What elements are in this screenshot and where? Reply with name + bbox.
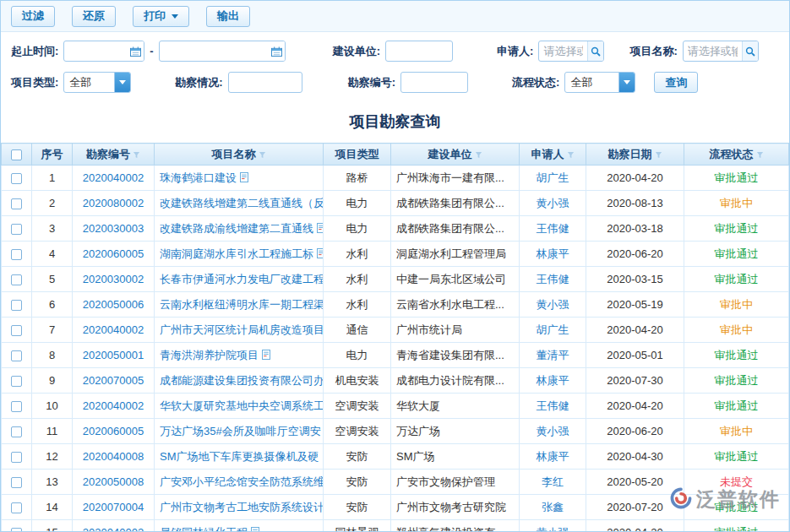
- survey-code-link[interactable]: 2020040002: [83, 323, 144, 336]
- filter-button[interactable]: 过滤: [11, 6, 55, 27]
- survey-code-link[interactable]: 2020040002: [83, 171, 144, 184]
- row-checkbox[interactable]: [11, 300, 22, 311]
- row-checkbox[interactable]: [11, 452, 22, 463]
- survey-code-link[interactable]: 2020030003: [83, 222, 144, 235]
- survey-code-link[interactable]: 2020050006: [83, 298, 144, 311]
- filter-icon[interactable]: [756, 149, 764, 161]
- header-no[interactable]: 序号: [32, 144, 73, 166]
- survey-code-link[interactable]: 2020060005: [83, 425, 144, 437]
- survey-code-link[interactable]: 2020030002: [83, 273, 144, 285]
- calendar-icon[interactable]: [128, 41, 144, 61]
- row-checkbox[interactable]: [11, 325, 22, 336]
- print-button[interactable]: 打印: [133, 6, 189, 27]
- table-row[interactable]: 3 2020030003 改建铁路成渝线增建第二直通线 电力 成都铁路集团有限公…: [2, 216, 789, 242]
- project-name-link[interactable]: 青海洪湖养护院项目: [160, 349, 259, 361]
- select-all-header[interactable]: [2, 144, 32, 166]
- project-name-link[interactable]: 华软大厦研究基地中央空调系统工: [160, 399, 324, 412]
- restore-button[interactable]: 还原: [72, 6, 116, 27]
- table-row[interactable]: 6 2020050006 云南水利枢纽溥明水库一期工程渠 水利 云南省水利水电工…: [2, 292, 789, 318]
- row-checkbox[interactable]: [11, 274, 22, 285]
- filter-icon[interactable]: [655, 149, 662, 161]
- survey-code-link[interactable]: 2020070004: [83, 501, 144, 513]
- table-row[interactable]: 11 2020060005 万达广场35#会所及咖啡厅空调安 空调安装 万达广场…: [2, 419, 789, 444]
- row-checkbox[interactable]: [11, 528, 22, 532]
- project-name-link[interactable]: 改建铁路线增建第二线直通线（反: [160, 197, 324, 209]
- header-survey-date[interactable]: 勘察日期: [586, 144, 684, 166]
- search-icon[interactable]: [587, 41, 603, 61]
- project-name-link[interactable]: 改建铁路成渝线增建第二直通线: [160, 222, 313, 235]
- caret-down-icon[interactable]: [618, 73, 635, 92]
- table-row[interactable]: 8 2020050001 青海洪湖养护院项目 电力 青海省建设集团有限... 董…: [2, 343, 789, 368]
- project-name-link[interactable]: SM广场地下车库更换摄像机及硬: [160, 450, 319, 463]
- project-name-link[interactable]: 广安邓小平纪念馆安全防范系统维: [160, 475, 324, 488]
- table-row[interactable]: 4 2020060005 湖南洞庭湖水库引水工程施工标 水利 洞庭湖水利工程管理…: [2, 242, 789, 267]
- attachment-icon[interactable]: [262, 350, 270, 362]
- applicant-link[interactable]: 胡广生: [537, 323, 569, 336]
- table-row[interactable]: 10 2020040002 华软大厦研究基地中央空调系统工 空调安装 华软大厦 …: [2, 394, 789, 419]
- survey-code-link[interactable]: 2020050001: [83, 349, 144, 361]
- project-name-link[interactable]: 晟铭园林绿化工程: [160, 526, 248, 532]
- applicant-link[interactable]: 黄小强: [537, 298, 569, 311]
- applicant-link[interactable]: 林康平: [537, 450, 569, 463]
- applicant-link[interactable]: 董清平: [537, 349, 569, 361]
- row-checkbox[interactable]: [11, 477, 22, 488]
- table-row[interactable]: 13 2020050008 广安邓小平纪念馆安全防范系统维 安防 广安市文物保护…: [2, 470, 789, 495]
- survey-code-link[interactable]: 2020040002: [83, 526, 144, 532]
- row-checkbox[interactable]: [11, 224, 22, 235]
- attachment-icon[interactable]: [251, 527, 259, 532]
- header-flow-status[interactable]: 流程状态: [684, 144, 789, 166]
- start-date-input[interactable]: [63, 41, 144, 62]
- calendar-icon[interactable]: [269, 41, 285, 61]
- applicant-link[interactable]: 王伟健: [537, 222, 569, 235]
- project-name-link[interactable]: 万达广场35#会所及咖啡厅空调安: [160, 425, 321, 437]
- caret-down-icon[interactable]: [114, 73, 130, 92]
- construction-unit-input[interactable]: [385, 41, 453, 62]
- applicant-field[interactable]: [539, 41, 587, 61]
- row-checkbox[interactable]: [11, 198, 22, 209]
- query-button[interactable]: 查询: [654, 72, 698, 93]
- project-name-link[interactable]: 长春市伊通河水力发电厂改建工程: [160, 273, 324, 285]
- row-checkbox[interactable]: [11, 502, 22, 513]
- applicant-link[interactable]: 黄小强: [537, 197, 569, 209]
- row-checkbox[interactable]: [11, 426, 22, 437]
- attachment-icon[interactable]: [240, 172, 248, 185]
- applicant-link[interactable]: 王伟健: [537, 399, 569, 412]
- project-name-field[interactable]: [684, 41, 742, 61]
- applicant-link[interactable]: 林康平: [537, 247, 569, 260]
- filter-icon[interactable]: [133, 149, 140, 161]
- survey-code-link[interactable]: 2020040002: [83, 399, 144, 412]
- end-date-input[interactable]: [159, 41, 286, 62]
- survey-code-link[interactable]: 2020060005: [83, 247, 144, 260]
- table-row[interactable]: 12 2020040008 SM广场地下车库更换摄像机及硬 安防 SM广场 林康…: [2, 444, 789, 470]
- attachment-icon[interactable]: [317, 248, 324, 261]
- export-button[interactable]: 输出: [206, 6, 250, 27]
- survey-code-link[interactable]: 2020050008: [83, 475, 144, 488]
- filter-icon[interactable]: [259, 149, 266, 161]
- header-project-type[interactable]: 项目类型: [324, 144, 391, 166]
- project-type-select[interactable]: 全部: [63, 72, 131, 93]
- row-checkbox[interactable]: [11, 350, 22, 361]
- project-name-link[interactable]: 湖南洞庭湖水库引水工程施工标: [160, 247, 313, 260]
- applicant-link[interactable]: 王伟健: [537, 273, 569, 285]
- table-row[interactable]: 9 2020070005 成都能源建设集团投资有限公司办 机电安装 成都电力设计…: [2, 368, 789, 394]
- select-all-checkbox[interactable]: [11, 149, 22, 160]
- applicant-link[interactable]: 林康平: [537, 374, 569, 387]
- applicant-link[interactable]: 李红: [542, 475, 564, 488]
- header-project-name[interactable]: 项目名称: [155, 144, 324, 166]
- project-name-link[interactable]: 广州市文物考古工地安防系统设计: [160, 501, 324, 513]
- end-date-field[interactable]: [160, 41, 269, 61]
- applicant-input[interactable]: [538, 41, 604, 62]
- row-checkbox[interactable]: [11, 173, 22, 184]
- attachment-icon[interactable]: [317, 223, 324, 236]
- row-checkbox[interactable]: [11, 401, 22, 412]
- table-row[interactable]: 14 2020070004 广州市文物考古工地安防系统设计 安防 广州市文物考古…: [2, 495, 789, 520]
- table-row[interactable]: 15 2020040002 晟铭园林绿化工程 园林景观 郑州豪气建设投资有...…: [2, 520, 789, 532]
- survey-info-input[interactable]: [228, 72, 302, 93]
- project-name-input[interactable]: [683, 41, 759, 62]
- survey-code-link[interactable]: 2020080002: [83, 197, 144, 209]
- row-checkbox[interactable]: [11, 376, 22, 387]
- project-name-link[interactable]: 成都能源建设集团投资有限公司办: [160, 374, 324, 387]
- flow-status-select[interactable]: 全部: [564, 72, 635, 93]
- header-applicant[interactable]: 申请人: [520, 144, 586, 166]
- project-name-link[interactable]: 广州市天河区统计局机房改造项目: [160, 323, 324, 336]
